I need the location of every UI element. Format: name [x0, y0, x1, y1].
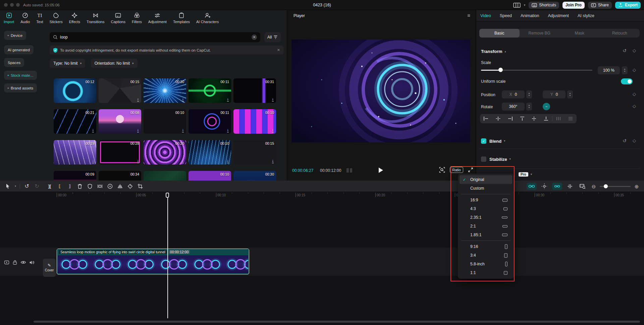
- mirror-icon[interactable]: [115, 183, 125, 190]
- stock-video-thumbnail[interactable]: 00:20↓: [144, 140, 186, 165]
- keyframe-icon[interactable]: ◇: [633, 68, 636, 72]
- ratio-option-4-3[interactable]: 4:3: [460, 204, 512, 213]
- blend-section-header[interactable]: ✓ Blend▾: [481, 138, 505, 144]
- preview-axis-icon[interactable]: [565, 183, 575, 190]
- timeline-zoom-slider[interactable]: [600, 186, 631, 187]
- subtab-retouch[interactable]: Retouch: [600, 29, 640, 38]
- type-filter-dropdown[interactable]: Type: No limit▾: [50, 59, 85, 68]
- window-minimize-icon[interactable]: [10, 3, 14, 7]
- uniform-scale-toggle[interactable]: [621, 78, 633, 84]
- search-bar[interactable]: ✕: [50, 32, 260, 42]
- cursor-tool-icon[interactable]: [3, 183, 13, 190]
- share-button[interactable]: Share: [588, 2, 612, 9]
- zoom-slider-thumb[interactable]: [604, 184, 608, 188]
- tab-speed[interactable]: Speed: [500, 13, 512, 18]
- link-icon[interactable]: [552, 183, 562, 190]
- video-preview[interactable]: [291, 40, 470, 142]
- tab-video[interactable]: Video: [480, 13, 491, 18]
- align-center-vertical-icon[interactable]: [528, 116, 540, 121]
- crop-icon[interactable]: [135, 183, 145, 190]
- download-icon[interactable]: ↓: [227, 128, 229, 132]
- align-right-icon[interactable]: [504, 116, 516, 121]
- rotate-stepper[interactable]: ▲▼: [526, 103, 532, 111]
- align-left-icon[interactable]: [480, 116, 492, 121]
- download-icon[interactable]: ↓: [227, 97, 229, 102]
- download-icon[interactable]: ↓: [182, 159, 184, 163]
- speed-icon[interactable]: [105, 183, 115, 190]
- search-input[interactable]: [60, 35, 252, 40]
- playhead[interactable]: [167, 193, 168, 318]
- subtab-basic[interactable]: Basic: [479, 29, 520, 38]
- position-x-stepper[interactable]: ▲▼: [526, 90, 532, 99]
- stock-video-thumbnail[interactable]: [144, 171, 186, 181]
- zoom-in-icon[interactable]: ⊕: [633, 183, 640, 190]
- align-bottom-icon[interactable]: [540, 116, 552, 121]
- stabilize-section-header[interactable]: Stabilize▾: [481, 156, 511, 162]
- delete-icon[interactable]: [75, 183, 85, 190]
- pro-section-row[interactable]: Pro ▾: [519, 172, 532, 177]
- stock-video-thumbnail[interactable]: 00:08↓: [99, 109, 141, 134]
- media-tab-captions[interactable]: Captions: [110, 11, 125, 24]
- scale-stepper[interactable]: ▲▼: [622, 66, 628, 74]
- sidebar-item-brand-assets[interactable]: ▸Brand assets: [4, 83, 37, 92]
- sidebar-item-device[interactable]: ▸Device: [4, 31, 26, 40]
- all-filter-button[interactable]: All: [264, 32, 281, 42]
- rotate-value[interactable]: 360°: [502, 103, 525, 111]
- timeline-clip[interactable]: Seamless loop motion graphic of flying i…: [57, 249, 249, 274]
- stock-video-thumbnail[interactable]: 00:10↓: [189, 140, 231, 165]
- fullscreen-icon[interactable]: [468, 167, 473, 173]
- undo-icon[interactable]: ↺: [22, 183, 32, 190]
- subtab-mask[interactable]: Mask: [559, 29, 600, 38]
- lock-track-icon[interactable]: [12, 260, 17, 265]
- playhead-handle[interactable]: [166, 193, 169, 198]
- position-y-field[interactable]: Y0: [543, 90, 566, 99]
- clear-search-icon[interactable]: ✕: [252, 35, 257, 40]
- subtab-remove-bg[interactable]: Remove BG: [520, 29, 560, 38]
- media-tab-text[interactable]: TIText: [36, 11, 43, 24]
- ratio-option-16-9[interactable]: 16:9: [460, 196, 512, 204]
- rotate-dial[interactable]: –: [543, 103, 550, 110]
- timeline-view-icon[interactable]: [578, 183, 588, 190]
- ratio-option-5-8-inch[interactable]: 5.8-inch: [460, 260, 512, 268]
- download-icon[interactable]: ↓: [272, 97, 274, 102]
- ratio-option-2-1[interactable]: 2:1: [460, 222, 512, 231]
- mute-track-icon[interactable]: [29, 260, 35, 265]
- scale-value[interactable]: 100 %: [598, 66, 620, 74]
- stock-video-thumbnail[interactable]: 00:19↓: [54, 140, 96, 165]
- align-center-horizontal-icon[interactable]: [492, 116, 504, 121]
- sidebar-item-stock-materials[interactable]: ▸Stock mate...: [4, 71, 37, 80]
- join-pro-button[interactable]: Join Pro: [562, 2, 585, 9]
- keyframe-icon[interactable]: ◇: [633, 48, 636, 53]
- stock-video-thumbnail[interactable]: 00:09: [54, 171, 96, 181]
- horizontal-scrollbar[interactable]: [34, 321, 640, 323]
- ratio-option-custom[interactable]: Custom: [460, 184, 512, 193]
- tab-adjustment[interactable]: Adjustment: [548, 13, 569, 18]
- rotate-icon[interactable]: [125, 183, 135, 190]
- stock-video-thumbnail[interactable]: 00:11↓: [189, 78, 231, 103]
- stock-video-thumbnail[interactable]: 00:12: [54, 78, 96, 103]
- stock-video-thumbnail[interactable]: 00:28↓: [99, 140, 141, 165]
- download-icon[interactable]: ↓: [92, 159, 94, 163]
- scale-slider-thumb[interactable]: [498, 68, 503, 72]
- download-icon[interactable]: ↓: [137, 97, 139, 102]
- auto-snap-icon[interactable]: [539, 183, 549, 190]
- stock-video-thumbnail[interactable]: 00:11↓: [189, 109, 231, 134]
- download-icon[interactable]: ↓: [182, 97, 184, 102]
- stock-video-thumbnail[interactable]: 00:21↓: [54, 109, 96, 134]
- stabilize-checkbox[interactable]: [481, 156, 486, 162]
- download-icon[interactable]: ↓: [227, 159, 229, 163]
- ratio-option-3-4[interactable]: 3:4: [460, 251, 512, 260]
- orientation-filter-dropdown[interactable]: Orientation: No limit▾: [91, 59, 138, 68]
- layout-icon[interactable]: [513, 2, 521, 8]
- reset-transform-icon[interactable]: ↺: [623, 48, 627, 53]
- chevron-down-icon[interactable]: ▾: [524, 4, 526, 7]
- player-menu-icon[interactable]: ≡: [467, 13, 470, 18]
- download-icon[interactable]: ↓: [272, 128, 274, 132]
- mask-shield-icon[interactable]: [85, 183, 95, 190]
- magnetic-snap-icon[interactable]: [527, 183, 537, 190]
- keyframe-icon[interactable]: ◇: [633, 138, 636, 143]
- zoom-out-icon[interactable]: ⊖: [590, 183, 597, 190]
- media-tab-adjustment[interactable]: Adjustment: [148, 11, 167, 24]
- chevron-down-icon[interactable]: ▾: [13, 183, 18, 190]
- close-notice-icon[interactable]: ✕: [277, 48, 280, 52]
